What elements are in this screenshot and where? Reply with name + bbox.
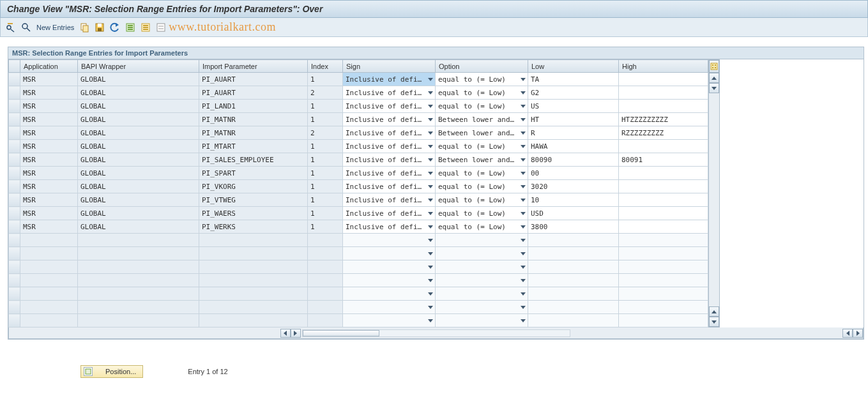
cell-index[interactable]: 2: [308, 126, 343, 140]
cell-low[interactable]: R: [528, 126, 619, 140]
cell-index[interactable]: [308, 234, 343, 247]
cell-sign[interactable]: Inclusive of defi…: [343, 100, 436, 113]
cell-index[interactable]: [308, 247, 343, 260]
cell-index[interactable]: 1: [308, 100, 343, 113]
cell-import-parameter[interactable]: PI_MATNR: [199, 113, 308, 126]
cell-sign[interactable]: Inclusive of defi…: [343, 86, 436, 100]
cell-application[interactable]: MSR: [20, 153, 78, 167]
cell-option[interactable]: [436, 301, 528, 314]
cell-low[interactable]: [528, 301, 619, 314]
cell-import-parameter[interactable]: [199, 287, 308, 301]
find-icon[interactable]: [21, 22, 31, 33]
cell-index[interactable]: 1: [308, 140, 343, 153]
row-selector[interactable]: [9, 314, 20, 327]
cell-import-parameter[interactable]: [199, 314, 308, 327]
row-selector[interactable]: [9, 274, 20, 287]
cell-sign[interactable]: [343, 274, 436, 287]
cell-bapi-wrapper[interactable]: [78, 301, 199, 314]
cell-index[interactable]: 1: [308, 207, 343, 220]
cell-sign[interactable]: [343, 287, 436, 301]
cell-sign[interactable]: [343, 234, 436, 247]
cell-low[interactable]: 80090: [528, 153, 619, 167]
cell-bapi-wrapper[interactable]: GLOBAL: [78, 73, 199, 86]
cell-low[interactable]: [528, 234, 619, 247]
row-selector[interactable]: [9, 193, 20, 207]
scrollbar-thumb[interactable]: [303, 330, 379, 336]
cell-import-parameter[interactable]: PI_VKORG: [199, 180, 308, 193]
cell-import-parameter[interactable]: PI_MATNR: [199, 126, 308, 140]
cell-index[interactable]: 1: [308, 180, 343, 193]
cell-import-parameter[interactable]: [199, 301, 308, 314]
cell-import-parameter[interactable]: [199, 274, 308, 287]
row-selector[interactable]: [9, 73, 20, 86]
cell-sign[interactable]: Inclusive of defi…: [343, 140, 436, 153]
cell-high[interactable]: [619, 220, 708, 234]
select-all-icon[interactable]: [125, 22, 135, 33]
cell-application[interactable]: MSR: [20, 220, 78, 234]
scroll-up-icon[interactable]: [709, 306, 719, 317]
scroll-down-icon[interactable]: [709, 317, 719, 327]
cell-option[interactable]: equal to (= Low): [436, 220, 528, 234]
cell-low[interactable]: US: [528, 100, 619, 113]
cell-sign[interactable]: Inclusive of defi…: [343, 220, 436, 234]
cell-bapi-wrapper[interactable]: [78, 234, 199, 247]
cell-bapi-wrapper[interactable]: GLOBAL: [78, 207, 199, 220]
save-icon[interactable]: [95, 22, 105, 33]
cell-option[interactable]: [436, 314, 528, 327]
cell-option[interactable]: equal to (= Low): [436, 193, 528, 207]
row-selector[interactable]: [9, 287, 20, 301]
cell-high[interactable]: 80091: [619, 153, 708, 167]
cell-sign[interactable]: [343, 301, 436, 314]
col-header-import_parameter[interactable]: Import Parameter: [199, 60, 308, 73]
table-settings-icon[interactable]: [709, 60, 719, 73]
cell-import-parameter[interactable]: [199, 247, 308, 260]
cell-import-parameter[interactable]: PI_AUART: [199, 86, 308, 100]
col-header-high[interactable]: High: [619, 60, 708, 73]
cell-option[interactable]: Between lower and…: [436, 126, 528, 140]
cell-option[interactable]: [436, 260, 528, 274]
cell-bapi-wrapper[interactable]: [78, 314, 199, 327]
cell-sign[interactable]: Inclusive of defi…: [343, 113, 436, 126]
cell-application[interactable]: [20, 287, 78, 301]
deselect-icon[interactable]: [156, 22, 166, 33]
cell-high[interactable]: [619, 86, 708, 100]
cell-bapi-wrapper[interactable]: GLOBAL: [78, 153, 199, 167]
cell-index[interactable]: 2: [308, 86, 343, 100]
row-selector[interactable]: [9, 153, 20, 167]
scroll-left-icon[interactable]: [280, 329, 291, 338]
cell-high[interactable]: [619, 287, 708, 301]
row-selector[interactable]: [9, 234, 20, 247]
cell-bapi-wrapper[interactable]: GLOBAL: [78, 100, 199, 113]
cell-application[interactable]: [20, 274, 78, 287]
row-selector[interactable]: [9, 180, 20, 193]
cell-import-parameter[interactable]: [199, 234, 308, 247]
cell-index[interactable]: 1: [308, 167, 343, 180]
cell-sign[interactable]: [343, 247, 436, 260]
copy-icon[interactable]: [79, 22, 89, 33]
col-header-option[interactable]: Option: [436, 60, 528, 73]
cell-application[interactable]: MSR: [20, 207, 78, 220]
cell-import-parameter[interactable]: PI_WAERS: [199, 207, 308, 220]
cell-import-parameter[interactable]: PI_LAND1: [199, 100, 308, 113]
cell-high[interactable]: [619, 100, 708, 113]
scroll-down-icon[interactable]: [709, 83, 719, 93]
cell-low[interactable]: [528, 247, 619, 260]
cell-low[interactable]: [528, 260, 619, 274]
cell-high[interactable]: [619, 167, 708, 180]
cell-high[interactable]: [619, 207, 708, 220]
cell-bapi-wrapper[interactable]: [78, 274, 199, 287]
cell-high[interactable]: [619, 180, 708, 193]
cell-index[interactable]: [308, 287, 343, 301]
cell-import-parameter[interactable]: PI_SPART: [199, 167, 308, 180]
cell-option[interactable]: equal to (= Low): [436, 167, 528, 180]
cell-option[interactable]: Between lower and…: [436, 153, 528, 167]
cell-application[interactable]: [20, 247, 78, 260]
cell-bapi-wrapper[interactable]: GLOBAL: [78, 220, 199, 234]
cell-bapi-wrapper[interactable]: GLOBAL: [78, 167, 199, 180]
cell-high[interactable]: HTZZZZZZZZZ: [619, 113, 708, 126]
cell-high[interactable]: RZZZZZZZZZ: [619, 126, 708, 140]
cell-low[interactable]: 3800: [528, 220, 619, 234]
row-selector[interactable]: [9, 301, 20, 314]
cell-high[interactable]: [619, 301, 708, 314]
cell-high[interactable]: [619, 247, 708, 260]
